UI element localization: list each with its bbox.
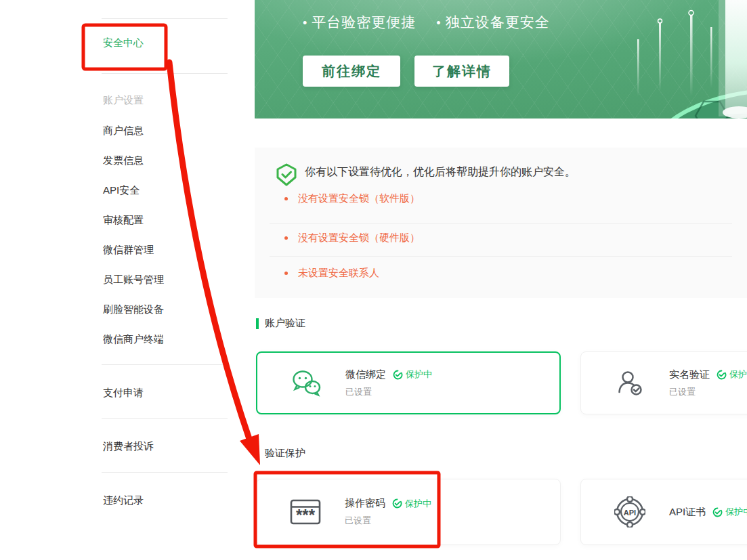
sidebar-divider — [102, 18, 228, 19]
card-realname-verification[interactable]: 实名验证 保护中 已设置 — [580, 351, 747, 414]
notice-divider — [270, 223, 732, 224]
card-operation-password[interactable]: *** 操作密码 保护中 已设置 — [256, 479, 561, 545]
card-wechat-binding[interactable]: 微信绑定 保护中 已设置 — [256, 351, 561, 414]
bullet-dot — [284, 236, 288, 240]
person-check-icon — [615, 368, 645, 398]
sidebar-item-violation-records[interactable]: 违约记录 — [103, 494, 144, 507]
shield-status-icon — [717, 370, 727, 380]
sidebar-item-face-devices[interactable]: 刷脸智能设备 — [103, 303, 164, 316]
sidebar-item-merchant-info[interactable]: 商户信息 — [103, 125, 144, 137]
api-certificate-icon: API — [614, 496, 645, 527]
security-optimization-notice: 你有以下设置待优化，优化后将帮助提升你的账户安全。 没有设置安全锁（软件版） 没… — [255, 148, 747, 298]
sidebar-item-consumer-complaints[interactable]: 消费者投诉 — [103, 440, 154, 453]
shield-status-icon — [393, 370, 403, 380]
banner-feature-2: •独立设备更安全 — [436, 13, 549, 32]
go-bind-button[interactable]: 前往绑定 — [303, 56, 400, 87]
sidebar-group-account-settings: 账户设置 — [103, 94, 144, 107]
card-sub-status: 已设置 — [345, 386, 432, 398]
protection-status: 保护中 — [392, 498, 431, 510]
security-center-page: 安全中心 账户设置 商户信息 发票信息 API安全 审核配置 微信群管理 员工账… — [0, 0, 747, 560]
sidebar-item-wechat-group[interactable]: 微信群管理 — [103, 244, 154, 257]
sidebar-divider — [102, 418, 228, 419]
card-api-certificate[interactable]: API API证书 保护中 — [580, 479, 747, 545]
card-sub-status: 已设置 — [345, 515, 431, 527]
banner-headline: •平台验密更便捷 •独立设备更安全 — [303, 13, 550, 32]
sidebar-divider — [102, 364, 228, 365]
sidebar-item-staff-accounts[interactable]: 员工账号管理 — [103, 274, 164, 286]
section-verification-protection: 验证保护 — [256, 447, 305, 460]
wechat-icon — [290, 369, 322, 397]
card-title: 实名验证 — [669, 368, 710, 381]
notice-item-softlock[interactable]: 没有设置安全锁（软件版） — [284, 192, 420, 205]
section-bar — [256, 448, 259, 459]
sidebar-item-security-center[interactable]: 安全中心 — [103, 37, 144, 49]
notice-title: 你有以下设置待优化，优化后将帮助提升你的账户安全。 — [305, 165, 576, 179]
protection-status: 保护中 — [717, 368, 747, 381]
section-bar — [256, 318, 259, 329]
bullet-dot — [284, 272, 288, 275]
card-title: 操作密码 — [345, 497, 385, 510]
shield-status-icon — [712, 507, 723, 517]
protection-status: 保护中 — [712, 506, 747, 518]
protection-status: 保护中 — [393, 368, 432, 381]
sidebar-item-review-config[interactable]: 审核配置 — [103, 214, 144, 227]
card-title: API证书 — [669, 506, 706, 519]
security-banner: •平台验密更便捷 •独立设备更安全 前往绑定 了解详情 — [255, 0, 747, 119]
sidebar-item-merchant-terminal[interactable]: 微信商户终端 — [103, 333, 164, 346]
sidebar-divider — [102, 73, 228, 74]
bullet-dot — [284, 197, 288, 200]
banner-feature-1: •平台验密更便捷 — [303, 13, 416, 32]
notice-item-contact[interactable]: 未设置安全联系人 — [284, 267, 379, 280]
notice-divider — [270, 256, 732, 257]
password-window-icon: *** — [290, 498, 321, 525]
section-account-verification: 账户验证 — [256, 317, 305, 330]
shield-check-icon — [276, 163, 297, 186]
learn-more-button[interactable]: 了解详情 — [414, 56, 509, 87]
svg-text:***: *** — [296, 506, 316, 524]
annotation-arrow-shaft — [169, 62, 249, 439]
card-sub-status: 已设置 — [669, 386, 747, 398]
shield-status-icon — [392, 498, 402, 509]
security-platform-illustration — [557, 0, 747, 119]
sidebar-item-api-security[interactable]: API安全 — [103, 184, 140, 197]
card-title: 微信绑定 — [345, 368, 386, 381]
svg-text:API: API — [624, 509, 636, 517]
notice-item-hardlock[interactable]: 没有设置安全锁（硬件版） — [284, 232, 420, 244]
sidebar-item-invoice-info[interactable]: 发票信息 — [103, 154, 144, 167]
sidebar-divider — [102, 472, 228, 473]
sidebar-item-payment-application[interactable]: 支付申请 — [103, 387, 144, 400]
